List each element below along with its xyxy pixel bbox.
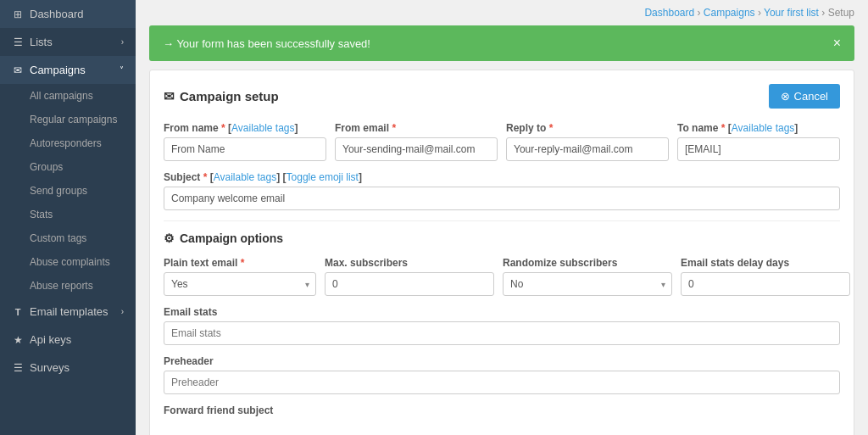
campaign-options-header: ⚙ Campaign options <box>164 231 840 245</box>
to-name-label: To name * [Available tags] <box>677 122 840 134</box>
cancel-icon: ⊗ <box>781 90 790 103</box>
sidebar-label-email-templates: Email templates <box>30 305 108 318</box>
email-stats-delay-input[interactable] <box>681 272 850 296</box>
plain-text-email-group: Plain text email * Yes No <box>164 257 316 296</box>
from-name-tags-link[interactable]: Available tags <box>231 122 295 134</box>
max-subscribers-group: Max. subscribers <box>325 257 494 296</box>
sidebar-item-lists[interactable]: ☰ Lists › <box>0 28 136 56</box>
breadcrumb-current: Setup <box>828 7 854 19</box>
dashboard-icon: ⊞ <box>12 8 24 20</box>
subject-tags-link[interactable]: Available tags <box>214 171 277 183</box>
sidebar-label-lists: Lists <box>30 36 53 48</box>
breadcrumb-sep-2: › <box>758 7 764 19</box>
plain-text-label: Plain text email * <box>164 257 316 269</box>
from-name-group: From name * [Available tags] <box>164 122 326 161</box>
reply-to-input[interactable] <box>506 137 669 161</box>
sidebar-item-regular-campaigns[interactable]: Regular campaigns <box>0 108 136 131</box>
sidebar-item-all-campaigns[interactable]: All campaigns <box>0 84 136 108</box>
options-row-1: Plain text email * Yes No Max. subscribe… <box>164 257 840 296</box>
api-keys-icon: ★ <box>12 334 24 346</box>
breadcrumb-dashboard[interactable]: Dashboard <box>644 7 694 19</box>
randomize-subscribers-label: Randomize subscribers <box>503 257 672 269</box>
campaigns-chevron: ˅ <box>120 65 124 75</box>
sidebar: ⊞ Dashboard ☰ Lists › ✉ Campaigns ˅ All … <box>0 0 136 435</box>
email-stats-delay-group: Email stats delay days <box>681 257 850 296</box>
sidebar-label-abuse-complaints: Abuse complaints <box>30 256 110 268</box>
sidebar-label-dashboard: Dashboard <box>30 8 84 20</box>
from-email-input[interactable] <box>335 137 498 161</box>
campaign-setup-title: ✉ Campaign setup <box>164 89 279 104</box>
plain-text-select-wrapper: Yes No <box>164 272 316 296</box>
surveys-icon: ☰ <box>12 362 24 374</box>
randomize-select[interactable]: No Yes <box>503 272 672 296</box>
sidebar-item-dashboard[interactable]: ⊞ Dashboard <box>0 0 136 28</box>
sidebar-item-send-groups[interactable]: Send groups <box>0 179 136 203</box>
alert-message: → Your form has been successfully saved! <box>163 37 370 50</box>
sidebar-label-groups: Groups <box>30 161 63 173</box>
email-templates-icon: T <box>12 307 24 317</box>
subject-input[interactable] <box>164 187 840 210</box>
breadcrumb-campaigns[interactable]: Campaigns <box>704 7 755 19</box>
randomize-select-wrapper: No Yes <box>503 272 672 296</box>
sidebar-label-send-groups: Send groups <box>30 185 87 197</box>
preheader-input[interactable] <box>164 371 840 394</box>
email-stats-delay-label: Email stats delay days <box>681 257 850 269</box>
email-templates-chevron: › <box>121 307 124 316</box>
forward-friend-label: Forward friend subject <box>164 404 840 416</box>
plain-text-select[interactable]: Yes No <box>164 272 316 296</box>
reply-to-group: Reply to * <box>506 122 669 161</box>
sidebar-item-abuse-complaints[interactable]: Abuse complaints <box>0 250 136 274</box>
email-stats-group: Email stats <box>164 306 840 345</box>
cancel-button[interactable]: ⊗ Cancel <box>769 84 840 109</box>
sidebar-label-campaigns: Campaigns <box>30 64 86 76</box>
to-name-input[interactable] <box>677 137 840 161</box>
to-name-tags-link[interactable]: Available tags <box>732 122 795 134</box>
max-subscribers-input[interactable] <box>325 272 494 296</box>
breadcrumb: Dashboard › Campaigns › Your first list … <box>136 0 868 25</box>
subject-emoji-link[interactable]: Toggle emoji list <box>287 171 359 183</box>
subject-label: Subject * [Available tags] [Toggle emoji… <box>164 171 840 183</box>
from-name-input[interactable] <box>164 137 326 161</box>
sidebar-label-stats: Stats <box>30 209 53 220</box>
sidebar-label-surveys: Surveys <box>30 361 70 374</box>
reply-to-label: Reply to * <box>506 122 669 134</box>
campaign-setup-card: ✉ Campaign setup ⊗ Cancel From name * [A… <box>149 70 854 435</box>
preheader-group: Preheader <box>164 355 840 394</box>
sidebar-label-regular-campaigns: Regular campaigns <box>30 114 117 125</box>
campaigns-icon: ✉ <box>12 64 24 76</box>
section-divider <box>164 220 840 221</box>
email-stats-input[interactable] <box>164 321 840 345</box>
from-email-label: From email * <box>335 122 498 134</box>
sidebar-item-email-templates[interactable]: T Email templates › <box>0 298 136 326</box>
subject-group: Subject * [Available tags] [Toggle emoji… <box>164 171 840 210</box>
sidebar-label-autoresponders: Autoresponders <box>30 137 102 149</box>
sidebar-item-abuse-reports[interactable]: Abuse reports <box>0 274 136 298</box>
sidebar-label-custom-tags: Custom tags <box>30 232 86 244</box>
sidebar-label-api-keys: Api keys <box>30 333 71 346</box>
campaign-setup-header: ✉ Campaign setup ⊗ Cancel <box>164 84 840 109</box>
form-row-1: From name * [Available tags] From email … <box>164 122 840 161</box>
email-stats-label: Email stats <box>164 306 840 318</box>
sidebar-item-custom-tags[interactable]: Custom tags <box>0 226 136 250</box>
envelope-icon: ✉ <box>164 89 175 104</box>
breadcrumb-sep-1: › <box>698 7 704 19</box>
to-name-group: To name * [Available tags] <box>677 122 840 161</box>
sidebar-item-groups[interactable]: Groups <box>0 155 136 179</box>
sidebar-item-autoresponders[interactable]: Autoresponders <box>0 131 136 155</box>
max-subscribers-label: Max. subscribers <box>325 257 494 269</box>
breadcrumb-list[interactable]: Your first list <box>764 7 819 19</box>
lists-icon: ☰ <box>12 36 24 48</box>
sidebar-label-all-campaigns: All campaigns <box>30 90 93 102</box>
from-name-label: From name * [Available tags] <box>164 122 326 134</box>
sidebar-item-surveys[interactable]: ☰ Surveys <box>0 354 136 382</box>
alert-close-button[interactable]: × <box>833 36 841 51</box>
forward-friend-group: Forward friend subject <box>164 404 840 416</box>
lists-chevron: › <box>121 37 124 47</box>
sidebar-item-api-keys[interactable]: ★ Api keys <box>0 326 136 354</box>
sidebar-item-campaigns[interactable]: ✉ Campaigns ˅ <box>0 56 136 84</box>
preheader-label: Preheader <box>164 355 840 367</box>
randomize-subscribers-group: Randomize subscribers No Yes <box>503 257 672 296</box>
main-content: Dashboard › Campaigns › Your first list … <box>136 0 868 435</box>
sidebar-item-stats[interactable]: Stats <box>0 203 136 226</box>
from-email-group: From email * <box>335 122 498 161</box>
